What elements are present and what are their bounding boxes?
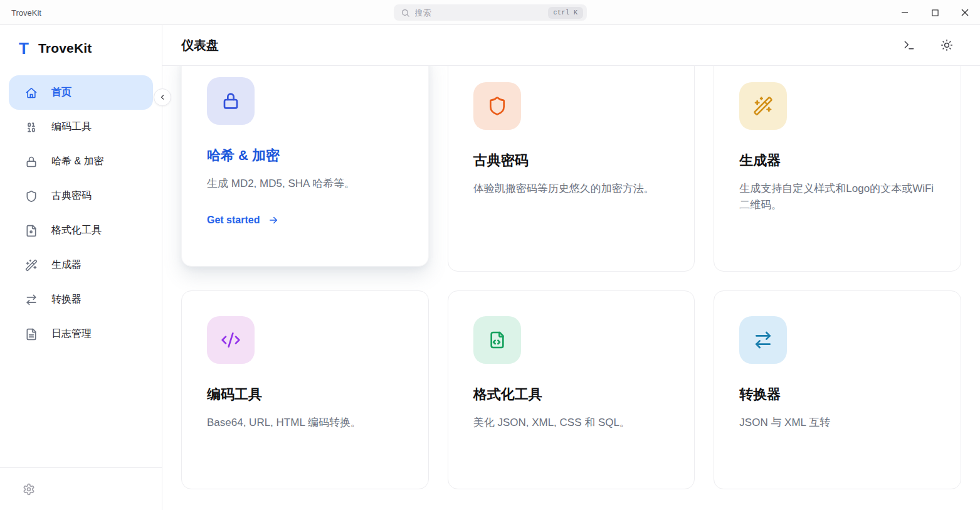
card-classical-cipher[interactable]: 古典密码 体验凯撒密码等历史悠久的加密方法。 — [448, 66, 695, 272]
file-code-icon — [473, 316, 521, 364]
minimize-button[interactable] — [890, 0, 920, 25]
sun-icon — [940, 39, 953, 51]
shield-icon — [473, 82, 521, 130]
card-description: Base64, URL, HTML 编码转换。 — [207, 415, 403, 431]
search-icon — [401, 8, 410, 18]
maximize-button[interactable] — [920, 0, 950, 25]
sidebar-item-label: 转换器 — [51, 293, 82, 306]
sidebar-item-label: 首页 — [51, 86, 71, 99]
window-controls — [890, 0, 980, 25]
tool-card-grid: 哈希 & 加密 生成 MD2, MD5, SHA 哈希等。 Get starte… — [181, 66, 961, 489]
page-title: 仪表盘 — [181, 37, 219, 54]
sidebar-footer — [0, 467, 162, 510]
code-icon — [207, 316, 255, 364]
terminal-icon — [903, 39, 915, 51]
maximize-icon — [932, 9, 939, 16]
card-hash-encrypt[interactable]: 哈希 & 加密 生成 MD2, MD5, SHA 哈希等。 Get starte… — [181, 66, 429, 267]
card-description: 体验凯撒密码等历史悠久的加密方法。 — [473, 181, 670, 197]
arrow-right-icon — [268, 215, 279, 226]
home-icon — [25, 87, 38, 99]
theme-toggle-button[interactable] — [936, 35, 957, 56]
sidebar-item-converter[interactable]: 转换器 — [9, 282, 153, 317]
search-shortcut-badge: ctrl K — [548, 7, 582, 19]
chevron-left-icon — [159, 93, 166, 101]
card-title: 哈希 & 加密 — [207, 146, 403, 165]
card-description: 美化 JSON, XML, CSS 和 SQL。 — [473, 415, 670, 431]
sidebar-item-generator[interactable]: 生成器 — [9, 248, 153, 282]
sidebar-item-logs[interactable]: 日志管理 — [9, 317, 153, 351]
sidebar-item-encoding[interactable]: 编码工具 — [9, 110, 153, 144]
wand-sparkles-icon — [739, 82, 787, 130]
sidebar-item-classical-cipher[interactable]: 古典密码 — [9, 179, 153, 213]
settings-button[interactable] — [18, 478, 40, 501]
sidebar-item-label: 格式化工具 — [51, 224, 102, 237]
card-description: 生成 MD2, MD5, SHA 哈希等。 — [207, 176, 403, 192]
logo-title: TroveKit — [38, 41, 92, 56]
main-header: 仪表盘 — [162, 25, 980, 66]
swap-arrows-icon — [25, 294, 38, 306]
app-logo: T TroveKit — [0, 25, 162, 56]
sidebar-item-label: 生成器 — [51, 258, 82, 272]
search-box[interactable]: ctrl K — [394, 4, 587, 21]
wand-sparkles-icon — [25, 259, 38, 272]
card-description: 生成支持自定义样式和Logo的文本或WiFi二维码。 — [739, 181, 935, 213]
shield-icon — [25, 190, 38, 203]
sidebar-item-hash-encrypt[interactable]: 哈希 & 加密 — [9, 144, 153, 179]
file-text-icon — [25, 328, 38, 341]
card-title: 格式化工具 — [473, 385, 670, 404]
logo-mark: T — [19, 40, 29, 56]
sidebar-nav: 首页 编码工具 哈希 & 加密 古典密码 格式化工具 — [0, 75, 162, 351]
window-title: TroveKit — [11, 0, 41, 25]
close-button[interactable] — [950, 0, 980, 25]
dashboard-content: 哈希 & 加密 生成 MD2, MD5, SHA 哈希等。 Get starte… — [162, 66, 980, 510]
card-title: 编码工具 — [207, 385, 403, 404]
window-titlebar: TroveKit ctrl K — [0, 0, 980, 25]
sidebar-item-label: 日志管理 — [51, 327, 92, 341]
card-converter[interactable]: 转换器 JSON 与 XML 互转 — [714, 290, 961, 489]
sidebar-item-formatter[interactable]: 格式化工具 — [9, 213, 153, 248]
close-icon — [961, 9, 969, 16]
card-generator[interactable]: 生成器 生成支持自定义样式和Logo的文本或WiFi二维码。 — [714, 66, 961, 272]
minimize-icon — [901, 9, 909, 16]
gear-icon — [23, 483, 35, 496]
get-started-label: Get started — [207, 215, 260, 226]
card-formatter[interactable]: 格式化工具 美化 JSON, XML, CSS 和 SQL。 — [448, 290, 695, 489]
sidebar-item-home[interactable]: 首页 — [9, 75, 153, 110]
sidebar-item-label: 哈希 & 加密 — [51, 155, 104, 168]
lock-icon — [207, 77, 255, 125]
sidebar-collapse-button[interactable] — [154, 88, 171, 106]
terminal-button[interactable] — [898, 35, 920, 56]
card-title: 转换器 — [739, 385, 935, 404]
file-icon — [25, 225, 38, 237]
search-input[interactable] — [415, 8, 549, 18]
card-description: JSON 与 XML 互转 — [739, 415, 935, 431]
binary-icon — [25, 121, 38, 134]
card-encoding-tools[interactable]: 编码工具 Base64, URL, HTML 编码转换。 — [181, 290, 429, 489]
get-started-link[interactable]: Get started — [207, 215, 403, 226]
sidebar-item-label: 编码工具 — [51, 120, 92, 134]
lock-icon — [25, 156, 38, 168]
card-title: 古典密码 — [473, 151, 670, 170]
sidebar-item-label: 古典密码 — [51, 189, 92, 203]
header-actions — [898, 35, 957, 56]
card-title: 生成器 — [739, 151, 935, 170]
swap-arrows-icon — [739, 316, 787, 364]
sidebar: T TroveKit 首页 编码工具 哈希 & 加密 古典密码 — [0, 25, 162, 510]
main-area: 仪表盘 哈希 & 加密 生成 MD2, MD5, SHA 哈希等。 Get st… — [162, 25, 980, 510]
